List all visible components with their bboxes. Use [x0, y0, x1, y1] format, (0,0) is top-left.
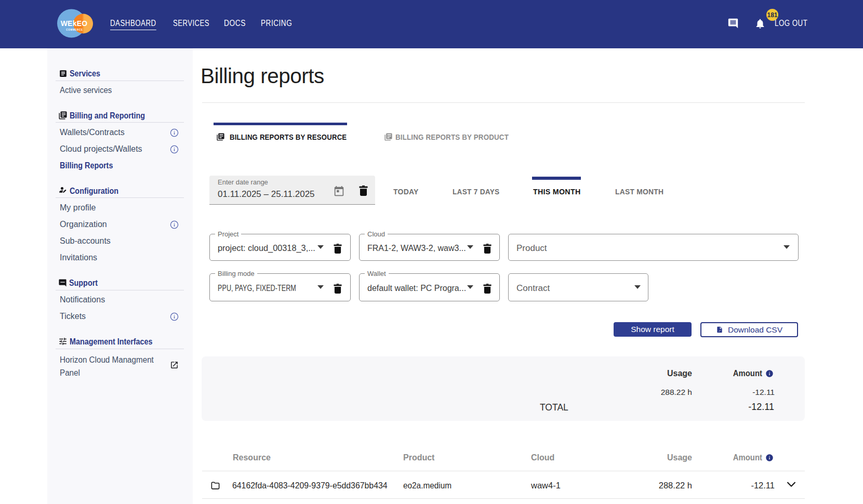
svg-text:COMMERCE: COMMERCE: [66, 29, 83, 31]
svg-text:WEkEO: WEkEO: [61, 19, 88, 28]
